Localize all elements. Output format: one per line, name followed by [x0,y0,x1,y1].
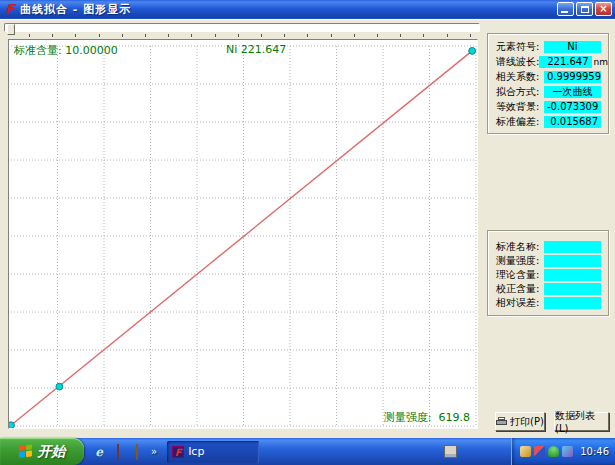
standard-content-label: 标准含量: 10.00000 [14,43,118,58]
field-label: 等效背景: [496,100,544,114]
measured-intensity-label: 测量强度: 619.8 [384,410,470,425]
fit-mode-value: 一次曲线 [544,86,601,98]
wavelength-value: 221.647 [539,56,591,68]
internet-explorer-icon[interactable]: e [92,445,106,459]
data-list-button[interactable]: 数据列表(L) [554,412,609,431]
client-area: 标准含量: 10.00000 Ni 221.647 测量强度: 619.8 元素… [0,19,615,438]
sample-groupbox: 标准名称: 测量强度: 理论含量: 校正含量: 相对误差: [487,230,609,316]
windows-flag-icon [19,444,33,458]
restore-button[interactable] [576,2,593,16]
measured-intensity-value [544,255,601,267]
fit-line [11,51,472,425]
start-button-label: 开始 [38,443,66,461]
field-label: 校正含量: [496,282,544,296]
field-row-correlation: 相关系数: 0.99999594 [488,69,608,84]
std-deviation-value: 0.015687 [544,116,601,128]
calibration-point-3[interactable] [469,47,476,54]
field-label: 元素符号: [496,40,544,54]
calibration-point-2[interactable] [56,383,63,390]
chart-plot-area[interactable] [9,40,477,428]
taskbar-item-icp[interactable]: F Icp [167,441,259,463]
element-line-label: Ni 221.647 [226,43,286,56]
trackbar-ticks [3,34,481,38]
restore-icon [581,6,589,13]
results-panel: 元素符号: Ni 谱线波长: 221.647 nm 相关系数: 0.999995… [485,22,612,437]
trackbar-channel[interactable] [4,23,480,32]
language-bar-icon[interactable] [444,445,457,458]
tray-icon-1[interactable] [520,446,531,457]
app-icon: F [3,3,16,16]
icp-app-icon: F [172,446,184,458]
field-row-wavelength: 谱线波长: 221.647 nm [488,54,608,69]
print-button-label: 打印(P) [510,415,544,429]
print-button[interactable]: 打印(P) [495,412,545,431]
field-label: 拟合方式: [496,85,544,99]
field-row-corrected-content: 校正含量: [488,282,608,296]
field-row-measured-intensity: 测量强度: [488,254,608,268]
field-row-background: 等效背景: -0.073309 [488,99,608,114]
fit-stats-groupbox: 元素符号: Ni 谱线波长: 221.647 nm 相关系数: 0.999995… [487,33,609,134]
field-label: 标准名称: [496,240,544,254]
window-title: 曲线拟合 - 图形显示 [20,2,131,17]
field-label: 谱线波长: [496,55,539,69]
close-icon: × [599,3,607,14]
field-label: 测量强度: [496,254,544,268]
security-shield-icon[interactable] [130,445,144,459]
minimize-button[interactable] [557,2,574,16]
system-tray: 10:46 [511,438,615,465]
calibration-chart[interactable]: 标准含量: 10.00000 Ni 221.647 测量强度: 619.8 [8,39,478,429]
background-value: -0.073309 [544,101,601,113]
mail-icon[interactable] [111,445,125,459]
field-label: 标准偏差: [496,115,544,129]
zoom-trackbar[interactable] [3,22,481,38]
tray-icon-3[interactable] [548,446,559,457]
element-symbol-value: Ni [544,41,601,53]
field-label: 相对误差: [496,296,544,310]
quick-launch-chevron-icon[interactable]: » [151,446,157,457]
wavelength-unit: nm [594,57,608,67]
calibration-point-1[interactable] [9,422,14,428]
tray-icon-4[interactable] [562,446,573,457]
theoretical-content-value [544,269,601,281]
field-row-fit-mode: 拟合方式: 一次曲线 [488,84,608,99]
quick-launch-bar: e » [92,445,157,459]
data-list-button-label: 数据列表(L) [555,409,608,434]
corrected-content-value [544,283,601,295]
field-row-theoretical-content: 理论含量: [488,268,608,282]
minimize-icon [561,11,568,13]
field-label: 相关系数: [496,70,544,84]
close-button[interactable]: × [595,2,612,16]
taskbar-item-label: Icp [188,445,204,458]
title-bar: F 曲线拟合 - 图形显示 × [0,0,615,19]
field-row-element-symbol: 元素符号: Ni [488,39,608,54]
field-row-standard-name: 标准名称: [488,240,608,254]
start-button[interactable]: 开始 [0,438,84,465]
field-row-relative-error: 相对误差: [488,296,608,310]
field-row-std-deviation: 标准偏差: 0.015687 [488,114,608,129]
taskbar-clock[interactable]: 10:46 [580,446,609,457]
field-label: 理论含量: [496,268,544,282]
taskbar: 开始 e » F Icp 10:46 [0,438,615,465]
tray-icon-2[interactable] [534,446,545,457]
relative-error-value [544,297,601,309]
correlation-value: 0.99999594 [544,71,601,83]
printer-icon [496,417,507,426]
standard-name-value [544,241,601,253]
screen: { "window": { "title": "曲线拟合 - 图形显示", "a… [0,0,615,465]
